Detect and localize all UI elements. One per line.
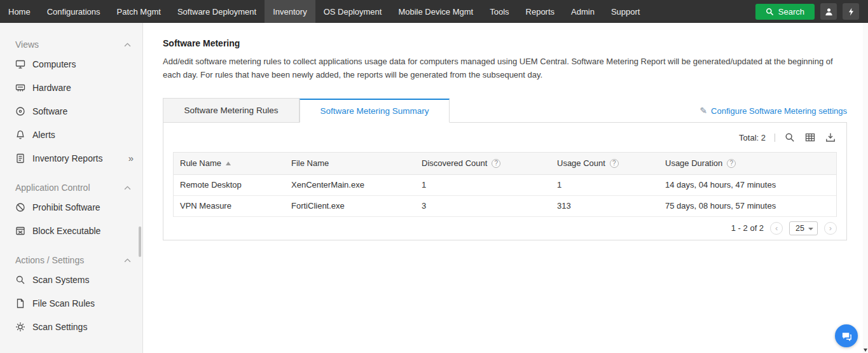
report-icon bbox=[15, 153, 25, 163]
double-chevron-right-icon: » bbox=[128, 153, 134, 163]
nav-item-os-deployment[interactable]: OS Deployment bbox=[315, 0, 390, 23]
column-header-file-name[interactable]: File Name bbox=[285, 153, 415, 174]
page-title: Software Metering bbox=[163, 38, 847, 48]
cell-discovered-count-link[interactable]: 3 bbox=[415, 195, 551, 216]
sidebar-section-header-views[interactable]: Views bbox=[15, 37, 142, 52]
cell-discovered-count-link[interactable]: 1 bbox=[415, 174, 551, 195]
tab-software-metering-rules[interactable]: Software Metering Rules bbox=[163, 98, 300, 122]
pencil-icon: ✎ bbox=[699, 106, 707, 116]
configure-settings-link[interactable]: ✎ Configure Software Metering settings bbox=[699, 106, 847, 122]
cell-rule-name: Remote Desktop bbox=[174, 174, 285, 195]
export-icon[interactable] bbox=[825, 132, 836, 143]
sidebar-item-hardware[interactable]: Hardware bbox=[15, 76, 142, 99]
pagination-bar: 1 - 2 of 2 ‹ 25 › bbox=[163, 217, 846, 240]
chat-bubble-icon bbox=[841, 330, 853, 342]
page-size-select[interactable]: 25 bbox=[789, 221, 818, 235]
column-chooser-icon[interactable] bbox=[804, 132, 816, 143]
sidebar-item-label: Hardware bbox=[32, 83, 71, 93]
sidebar-item-computers[interactable]: Computers bbox=[15, 52, 142, 76]
sidebar-item-block-executable[interactable]: Block Executable bbox=[15, 219, 142, 242]
column-header-usage-count[interactable]: Usage Count ? bbox=[551, 153, 659, 174]
sidebar-item-label: Inventory Reports bbox=[32, 153, 103, 163]
sidebar-item-software[interactable]: Software bbox=[15, 99, 142, 123]
nav-item-configurations[interactable]: Configurations bbox=[39, 0, 109, 23]
sidebar-section-title: Actions / Settings bbox=[15, 255, 84, 265]
page-description: Add/edit software metering rules to coll… bbox=[163, 55, 836, 81]
nav-item-admin[interactable]: Admin bbox=[563, 0, 603, 23]
sidebar-item-prohibit-software[interactable]: Prohibit Software bbox=[15, 195, 142, 219]
column-header-label: Discovered Count bbox=[422, 158, 487, 168]
vertical-scrollbar[interactable] bbox=[863, 23, 868, 353]
sidebar-item-alerts[interactable]: Alerts bbox=[15, 123, 142, 146]
lightning-icon bbox=[847, 7, 855, 17]
chat-widget-button[interactable] bbox=[835, 324, 858, 347]
block-executable-icon bbox=[15, 226, 25, 236]
nav-item-mobile-device-mgmt[interactable]: Mobile Device Mgmt bbox=[390, 0, 481, 23]
sidebar-section-actions-settings: Actions / Settings Scan Systems File Sca… bbox=[15, 253, 142, 338]
cell-rule-name: VPN Measure bbox=[174, 195, 285, 216]
gear-icon bbox=[15, 322, 25, 332]
cell-usage-count: 313 bbox=[551, 195, 659, 216]
table-row: VPN Measure FortiClient.exe 3 313 75 day… bbox=[174, 195, 836, 216]
sidebar-section-application-control: Application Control Prohibit Software Bl… bbox=[15, 180, 142, 242]
sidebar-scrollbar-thumb[interactable] bbox=[139, 226, 141, 257]
nav-item-reports[interactable]: Reports bbox=[518, 0, 563, 23]
table-toolbar: Total: 2 bbox=[163, 123, 846, 152]
scroll-down-arrow-icon[interactable] bbox=[864, 349, 867, 352]
sidebar-section-header-application-control[interactable]: Application Control bbox=[15, 180, 142, 195]
search-button[interactable]: Search bbox=[755, 4, 815, 20]
sidebar-item-label: Scan Systems bbox=[32, 275, 89, 285]
configure-settings-link-label: Configure Software Metering settings bbox=[711, 106, 847, 116]
chevron-right-icon: › bbox=[829, 224, 832, 232]
column-header-rule-name[interactable]: Rule Name bbox=[174, 153, 285, 174]
sidebar-item-file-scan-rules[interactable]: File Scan Rules bbox=[15, 291, 142, 315]
sidebar-section-views: Views Computers Hardware bbox=[15, 37, 142, 170]
sidebar-section-header-actions-settings[interactable]: Actions / Settings bbox=[15, 253, 142, 268]
sidebar-item-label: Alerts bbox=[32, 130, 55, 140]
nav-right-cluster: Search bbox=[755, 0, 868, 23]
help-icon[interactable]: ? bbox=[492, 159, 500, 168]
sidebar-item-label: Prohibit Software bbox=[32, 202, 100, 212]
scan-icon bbox=[15, 275, 25, 285]
help-icon[interactable]: ? bbox=[727, 159, 736, 168]
sidebar-item-label: Block Executable bbox=[32, 226, 100, 236]
nav-item-inventory[interactable]: Inventory bbox=[265, 0, 315, 23]
sort-ascending-icon bbox=[226, 162, 231, 165]
sidebar-item-label: Computers bbox=[32, 59, 76, 69]
column-header-usage-duration[interactable]: Usage Duration ? bbox=[659, 153, 836, 174]
cell-file-name: XenCenterMain.exe bbox=[285, 174, 415, 195]
cell-file-name: FortiClient.exe bbox=[285, 195, 415, 216]
sidebar-item-label: Software bbox=[32, 106, 67, 116]
nav-item-tools[interactable]: Tools bbox=[481, 0, 517, 23]
user-icon bbox=[824, 7, 834, 17]
sidebar-item-label: Scan Settings bbox=[32, 322, 87, 332]
column-header-label: Usage Duration bbox=[665, 158, 722, 168]
sidebar-item-scan-systems[interactable]: Scan Systems bbox=[15, 268, 142, 291]
nav-item-support[interactable]: Support bbox=[603, 0, 649, 23]
disc-icon bbox=[15, 106, 25, 116]
table-search-icon[interactable] bbox=[784, 132, 796, 143]
nav-item-home[interactable]: Home bbox=[0, 0, 39, 23]
quick-actions-button[interactable] bbox=[843, 3, 859, 20]
page-size-value: 25 bbox=[796, 224, 804, 233]
column-header-discovered-count[interactable]: Discovered Count ? bbox=[415, 153, 551, 174]
nav-item-patch-mgmt[interactable]: Patch Mgmt bbox=[109, 0, 169, 23]
help-icon[interactable]: ? bbox=[610, 159, 619, 168]
next-page-button[interactable]: › bbox=[824, 222, 837, 235]
chevron-up-icon bbox=[124, 43, 131, 47]
bell-icon bbox=[15, 130, 25, 140]
previous-page-button[interactable]: ‹ bbox=[770, 222, 783, 235]
prohibit-icon bbox=[15, 202, 25, 212]
table-header-row: Rule Name File Name Discovered Count ? bbox=[174, 153, 836, 174]
pagination-range-label: 1 - 2 of 2 bbox=[731, 223, 764, 233]
hardware-icon bbox=[15, 83, 25, 93]
sidebar-item-inventory-reports[interactable]: Inventory Reports » bbox=[15, 146, 142, 170]
column-header-label: Rule Name bbox=[180, 158, 221, 168]
tab-software-metering-summary[interactable]: Software Metering Summary bbox=[300, 99, 450, 123]
metering-summary-table: Rule Name File Name Discovered Count ? bbox=[173, 152, 837, 217]
summary-panel: Total: 2 bbox=[163, 122, 847, 240]
user-license-button[interactable] bbox=[820, 3, 837, 20]
top-navbar: Home Configurations Patch Mgmt Software … bbox=[0, 0, 868, 23]
nav-item-software-deployment[interactable]: Software Deployment bbox=[169, 0, 265, 23]
sidebar-item-scan-settings[interactable]: Scan Settings bbox=[15, 315, 142, 338]
